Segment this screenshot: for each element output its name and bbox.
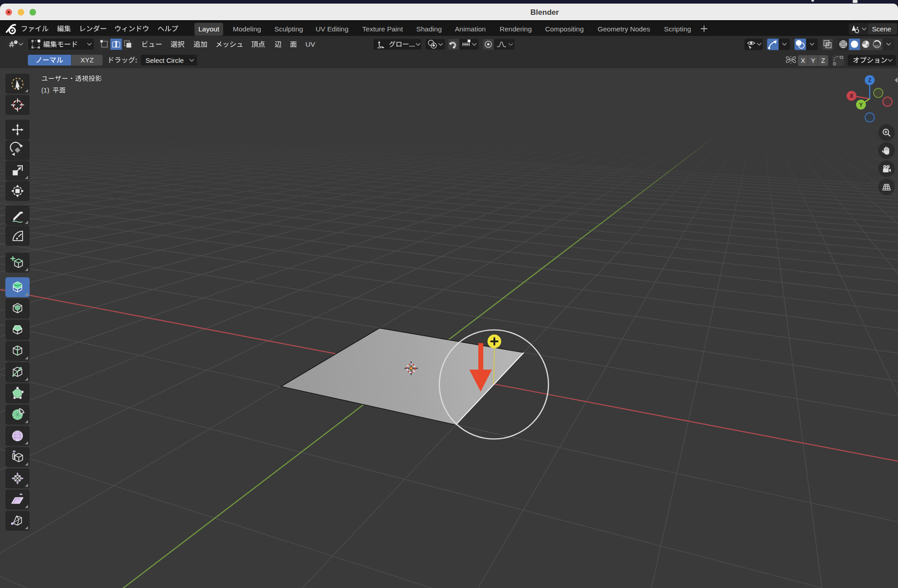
svg-text:X: X — [850, 93, 854, 99]
svg-text:Geometry Nodes: Geometry Nodes — [598, 25, 650, 33]
svg-text:Y: Y — [859, 102, 863, 108]
svg-text:Layout: Layout — [198, 25, 220, 33]
svg-text:Select Circle: Select Circle — [145, 57, 184, 64]
svg-text:Z: Z — [868, 77, 872, 83]
svg-text:Animation: Animation — [455, 25, 486, 33]
svg-text:Y: Y — [811, 57, 815, 64]
svg-text:Rendering: Rendering — [500, 25, 532, 33]
svg-text:UV: UV — [305, 40, 315, 48]
svg-text:X: X — [801, 57, 805, 64]
svg-text:Scripting: Scripting — [664, 25, 691, 33]
svg-text:Texture Paint: Texture Paint — [362, 25, 403, 33]
svg-text:XYZ: XYZ — [80, 56, 94, 64]
svg-text:Blender: Blender — [530, 8, 559, 17]
svg-text:Sculpting: Sculpting — [274, 25, 303, 33]
svg-text:Scene: Scene — [872, 25, 891, 33]
svg-text:Z: Z — [821, 57, 825, 64]
svg-text:Compositing: Compositing — [545, 25, 584, 33]
svg-text:(1): (1) — [41, 87, 49, 94]
svg-text:Shading: Shading — [416, 25, 442, 33]
svg-text:Modeling: Modeling — [233, 25, 261, 33]
svg-text:UV Editing: UV Editing — [316, 25, 348, 33]
